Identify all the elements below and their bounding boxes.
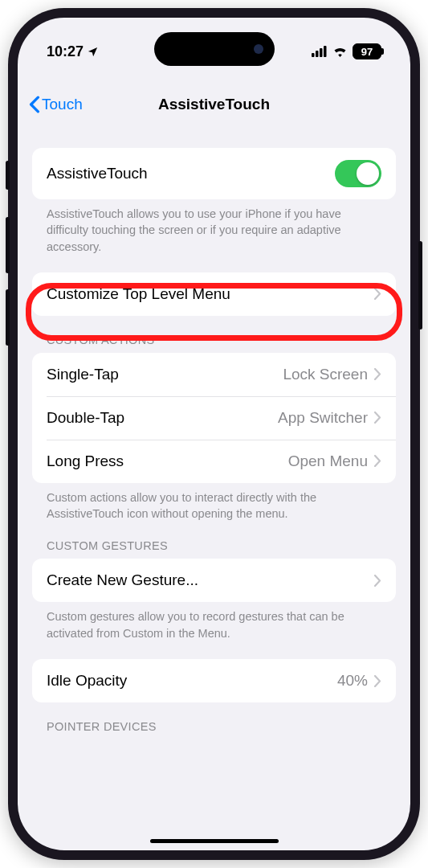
chevron-right-icon: [374, 575, 381, 587]
volume-down-button: [6, 289, 10, 346]
custom-actions-footer: Custom actions allow you to interact dir…: [32, 483, 396, 522]
row-label: Idle Opacity: [47, 672, 127, 690]
pointer-devices-header: POINTER DEVICES: [32, 720, 396, 739]
dynamic-island: [154, 32, 275, 66]
customize-top-level-menu-row[interactable]: Customize Top Level Menu: [32, 272, 396, 316]
wifi-icon: [332, 46, 348, 57]
chevron-right-icon: [374, 288, 381, 300]
screen: 10:27 97 Touch AssistiveTouch: [18, 18, 410, 850]
back-button[interactable]: Touch: [29, 96, 83, 113]
row-value: Lock Screen: [283, 366, 368, 383]
custom-actions-header: CUSTOM ACTIONS: [32, 334, 396, 353]
custom-gestures-header: CUSTOM GESTURES: [32, 539, 396, 559]
long-press-row[interactable]: Long Press Open Menu: [32, 440, 396, 483]
svg-rect-1: [316, 51, 319, 57]
status-time: 10:27: [47, 43, 84, 60]
single-tap-row[interactable]: Single-Tap Lock Screen: [32, 353, 396, 396]
row-label: Create New Gesture...: [47, 571, 198, 589]
assistivetouch-toggle-row[interactable]: AssistiveTouch: [32, 148, 396, 199]
row-value: Open Menu: [288, 452, 368, 470]
back-label: Touch: [42, 96, 83, 113]
home-indicator[interactable]: [150, 839, 279, 844]
chevron-right-icon: [374, 455, 381, 467]
svg-rect-0: [312, 53, 315, 57]
chevron-right-icon: [374, 411, 381, 424]
power-button: [418, 241, 422, 330]
toggle-switch-on[interactable]: [335, 160, 381, 187]
idle-opacity-row[interactable]: Idle Opacity 40%: [32, 659, 396, 702]
battery-indicator: 97: [353, 43, 381, 59]
svg-rect-3: [324, 46, 327, 57]
row-value: App Switcher: [278, 409, 368, 427]
row-label: Customize Top Level Menu: [47, 285, 230, 303]
toggle-label: AssistiveTouch: [47, 165, 148, 182]
cellular-icon: [312, 46, 328, 57]
svg-rect-2: [320, 48, 323, 57]
location-icon: [87, 46, 99, 58]
volume-up-button: [6, 217, 10, 273]
assistivetouch-desc: AssistiveTouch allows you to use your iP…: [32, 199, 396, 255]
row-label: Long Press: [47, 452, 124, 470]
chevron-right-icon: [374, 675, 381, 687]
row-label: Double-Tap: [47, 409, 124, 427]
custom-gestures-footer: Custom gestures allow you to record gest…: [32, 602, 396, 641]
chevron-right-icon: [374, 368, 381, 380]
row-label: Single-Tap: [47, 366, 119, 383]
side-button: [6, 161, 10, 190]
content: AssistiveTouch AssistiveTouch allows you…: [18, 138, 410, 850]
nav-bar: Touch AssistiveTouch: [18, 82, 410, 127]
phone-frame: 10:27 97 Touch AssistiveTouch: [8, 8, 420, 860]
row-value: 40%: [337, 672, 368, 690]
create-gesture-row[interactable]: Create New Gesture...: [32, 559, 396, 602]
double-tap-row[interactable]: Double-Tap App Switcher: [32, 396, 396, 440]
